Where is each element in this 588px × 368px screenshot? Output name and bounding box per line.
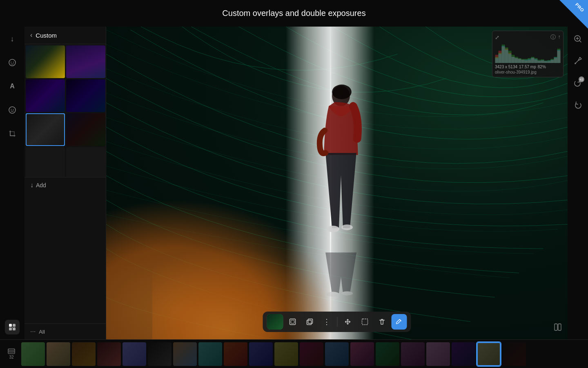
film-thumb-18[interactable] [452, 342, 475, 366]
histogram-svg [495, 43, 561, 63]
overlay-grid [24, 44, 106, 177]
edit-overlay-btn[interactable] [392, 314, 407, 330]
svg-rect-77 [291, 320, 294, 323]
film-thumb-17[interactable] [426, 342, 450, 366]
film-thumb-9[interactable] [224, 342, 247, 366]
overlay-thumb-5[interactable] [26, 113, 65, 146]
svg-rect-80 [362, 319, 368, 325]
sticker-button[interactable] [5, 103, 20, 117]
svg-rect-78 [307, 320, 312, 325]
download-button[interactable]: ↓ [5, 31, 20, 46]
svg-rect-81 [555, 324, 557, 330]
svg-rect-59 [505, 50, 508, 63]
film-thumb-15[interactable] [376, 342, 399, 366]
add-overlay-button[interactable]: ↓ Add [24, 177, 106, 193]
expand-icon[interactable]: ⤢ [495, 34, 499, 40]
footer-dots[interactable]: ··· [30, 328, 36, 335]
overlay-thumb-3[interactable] [26, 79, 65, 112]
film-thumb-12[interactable] [300, 342, 323, 366]
select-icon [361, 318, 369, 325]
svg-rect-74 [554, 57, 557, 63]
svg-rect-71 [544, 61, 548, 63]
svg-rect-56 [495, 58, 499, 63]
redo-count-badge: 42 [579, 76, 584, 82]
more-dots-icon: ⋮ [323, 317, 331, 326]
fit-frame-icon [289, 318, 296, 325]
share-icon[interactable]: ↑ [558, 34, 561, 41]
duplicate-layer-btn[interactable] [302, 314, 318, 330]
canvas-toolbar: ⋮ [263, 312, 411, 332]
film-thumb-11[interactable] [274, 342, 298, 366]
face-icon [8, 58, 16, 67]
svg-rect-61 [512, 57, 515, 63]
svg-point-1 [11, 62, 11, 63]
film-thumb-3[interactable] [72, 342, 96, 366]
film-thumb-19[interactable] [477, 342, 501, 366]
film-thumb-20[interactable] [502, 342, 526, 366]
svg-rect-88 [8, 351, 9, 352]
film-thumb-5[interactable] [122, 342, 146, 366]
delete-icon [379, 318, 386, 325]
zoom-button[interactable] [570, 31, 585, 46]
fit-frame-btn[interactable] [285, 314, 301, 330]
film-count-number: 32 [9, 355, 13, 359]
svg-rect-72 [548, 61, 551, 63]
svg-point-2 [13, 62, 14, 63]
delete-layer-btn[interactable] [374, 314, 390, 330]
back-button[interactable]: ‹ [30, 31, 32, 39]
film-thumb-4[interactable] [97, 342, 121, 366]
move-icon [344, 318, 352, 325]
svg-rect-70 [541, 60, 544, 63]
layout-toggle-btn[interactable] [554, 323, 562, 333]
film-thumb-14[interactable] [350, 342, 374, 366]
image-filename: oliver-shou-394919.jpg [495, 70, 561, 74]
svg-rect-68 [535, 59, 538, 63]
text-button[interactable]: A [5, 79, 20, 94]
more-options-button[interactable]: ⋯ [5, 320, 20, 334]
histogram-info: 3423 x 5134 17.57 mp 82% [495, 65, 561, 69]
image-zoom: 82% [538, 65, 546, 69]
overlay-thumb-2[interactable] [66, 45, 105, 78]
overlay-thumb-6[interactable] [66, 113, 105, 146]
svg-point-5 [13, 109, 14, 110]
panel-footer: ··· All [24, 323, 106, 339]
canvas-area[interactable]: ⤢ ⓘ ↑ [106, 27, 568, 339]
histogram-actions: ⤢ [495, 34, 499, 40]
brush-tool-btn[interactable] [570, 54, 585, 68]
overlay-thumb-8[interactable] [66, 147, 105, 177]
svg-point-0 [9, 59, 16, 66]
svg-rect-82 [558, 324, 561, 330]
film-thumb-7[interactable] [173, 342, 197, 366]
film-thumb-1[interactable] [21, 342, 45, 366]
undo-button[interactable] [570, 98, 585, 112]
svg-rect-90 [14, 351, 15, 352]
toolbar-divider-1 [337, 317, 338, 327]
crop-button[interactable] [5, 126, 20, 141]
overlay-preview-btn[interactable] [267, 314, 283, 330]
main-layout: ↓ A [0, 27, 588, 339]
page-title: Custom overlays and double exposures [222, 9, 365, 18]
film-thumb-6[interactable] [148, 342, 172, 366]
select-tool-btn[interactable] [357, 314, 373, 330]
footer-all-label[interactable]: All [39, 329, 45, 335]
film-thumb-8[interactable] [198, 342, 222, 366]
overlay-thumb-1[interactable] [26, 45, 65, 78]
histogram-right-icons: ⓘ ↑ [550, 34, 561, 41]
svg-rect-57 [499, 54, 502, 63]
film-thumb-16[interactable] [401, 342, 425, 366]
face-detection-button[interactable] [5, 55, 20, 70]
overlay-thumb-4[interactable] [66, 79, 105, 112]
duplicate-icon [306, 318, 314, 325]
film-thumb-10[interactable] [249, 342, 273, 366]
svg-point-13 [341, 224, 353, 230]
svg-point-11 [332, 85, 352, 99]
overlay-thumb-7[interactable] [26, 147, 65, 177]
film-thumb-13[interactable] [325, 342, 349, 366]
move-tool-btn[interactable] [340, 314, 356, 330]
redo-button[interactable]: 42 [570, 76, 585, 90]
film-thumb-2[interactable] [47, 342, 70, 366]
image-mp: 17.57 mp [519, 65, 536, 69]
svg-rect-75 [557, 50, 561, 63]
info-icon[interactable]: ⓘ [550, 34, 556, 41]
more-options-toolbar-btn[interactable]: ⋮ [319, 314, 335, 330]
